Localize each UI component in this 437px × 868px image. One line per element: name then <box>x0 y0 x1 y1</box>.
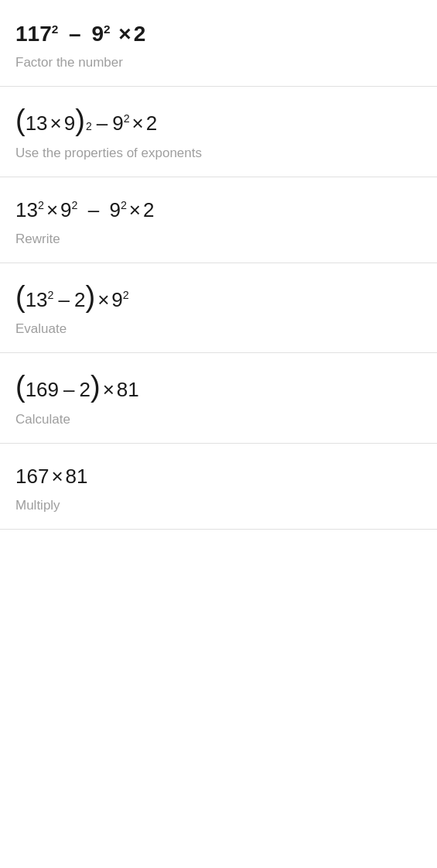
open-paren-4: ( <box>15 282 26 311</box>
step-6: 167×81 Multiply <box>0 444 437 530</box>
expr-3-text: 132×92 – 92×2 <box>15 196 154 224</box>
expr-4-inner: 132–2 <box>26 286 86 314</box>
step-label-2: Use the properties of exponents <box>15 146 422 161</box>
close-paren-2: ) <box>75 105 85 135</box>
open-paren-5: ( <box>15 372 26 401</box>
step-2: ( 13×9 ) 2 – 92×2 Use the properties of … <box>0 87 437 177</box>
step-label-4: Evaluate <box>15 321 422 337</box>
expr-2-inner: 13×9 <box>26 109 76 137</box>
expression-5: ( 169–2 ) ×81 <box>15 372 422 403</box>
step-label-5: Calculate <box>15 412 422 427</box>
close-paren-5: ) <box>90 372 101 401</box>
step-5: ( 169–2 ) ×81 Calculate <box>0 353 437 443</box>
expression-4: ( 132–2 ) ×92 <box>15 282 422 314</box>
step-label-6: Multiply <box>15 498 422 513</box>
expression-3: 132×92 – 92×2 <box>15 196 422 224</box>
expr-6-text: 167×81 <box>15 462 88 490</box>
expression-6: 167×81 <box>15 462 422 490</box>
expression-1: 1172 – 92 ×2 <box>15 19 422 49</box>
expr-5-right: ×81 <box>101 376 139 403</box>
step-label-1: Factor the number <box>15 55 422 70</box>
open-paren-2: ( <box>15 105 26 135</box>
step-4: ( 132–2 ) ×92 Evaluate <box>0 263 437 353</box>
expression-2: ( 13×9 ) 2 – 92×2 <box>15 105 422 137</box>
step-3: 132×92 – 92×2 Rewrite <box>0 177 437 263</box>
expr-4-right: ×92 <box>95 286 129 314</box>
expr-5-inner: 169–2 <box>26 376 90 403</box>
step-label-3: Rewrite <box>15 232 422 247</box>
close-paren-4: ) <box>85 282 95 311</box>
step-1: 1172 – 92 ×2 Factor the number <box>0 0 437 87</box>
expr-1-text: 1172 – 92 ×2 <box>15 19 145 49</box>
expr-2-right: 92×2 <box>112 109 157 137</box>
